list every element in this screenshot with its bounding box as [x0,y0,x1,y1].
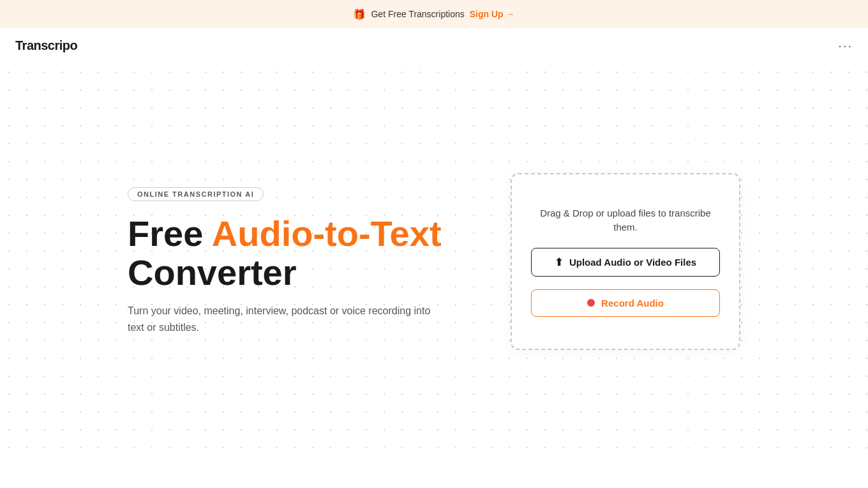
top-banner: 🎁 Get Free Transcriptions Sign Up → [0,0,868,28]
main-content: ONLINE TRANSCRIPTION AI Free Audio-to-Te… [0,63,868,459]
hero-right: Drag & Drop or upload files to transcrib… [511,173,740,350]
upload-icon: ⬆ [555,256,563,268]
headline-plain: Free [128,213,212,254]
menu-dots-button[interactable]: ··· [838,38,853,53]
logo: Transcripo [15,38,77,53]
banner-text: Get Free Transcriptions [371,9,464,19]
badge-label: ONLINE TRANSCRIPTION AI [128,187,264,201]
headline-end: Converter [128,252,297,293]
record-label: Record Audio [601,298,664,309]
upload-button[interactable]: ⬆ Upload Audio or Video Files [531,248,720,277]
hero-headline: Free Audio-to-Text Converter [128,214,442,293]
record-audio-button[interactable]: Record Audio [531,289,720,317]
upload-label: Upload Audio or Video Files [569,257,696,268]
dropzone-card: Drag & Drop or upload files to transcrib… [511,173,740,350]
headline-orange: Audio-to-Text [212,213,442,254]
hero-left: ONLINE TRANSCRIPTION AI Free Audio-to-Te… [128,187,442,335]
gift-icon: 🎁 [353,8,366,20]
signup-link[interactable]: Sign Up → [470,9,515,19]
arrow-icon: → [506,9,515,19]
hero-subtext: Turn your video, meeting, interview, pod… [128,303,434,335]
dropzone-text: Drag & Drop or upload files to transcrib… [531,206,720,235]
header: Transcripo ··· [0,28,868,63]
record-dot-icon [587,299,595,307]
